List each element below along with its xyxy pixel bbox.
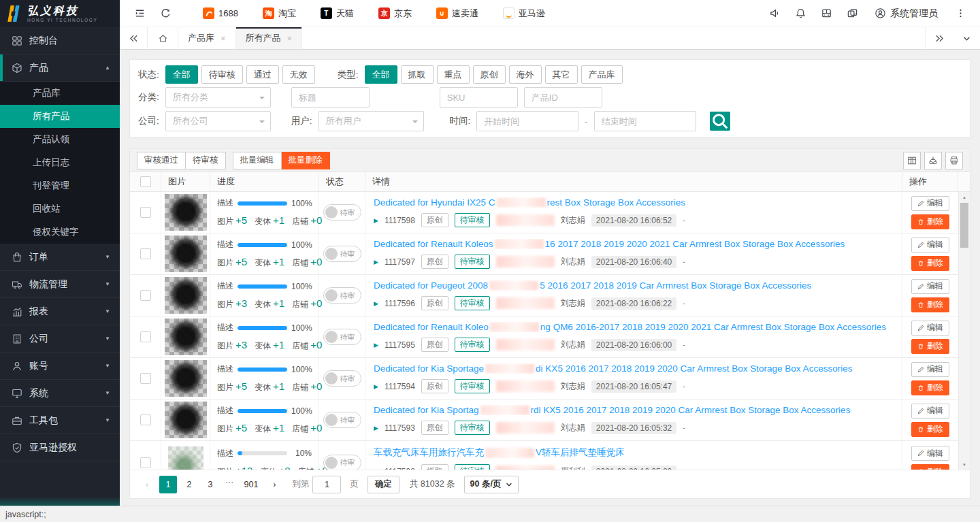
review-status-switch[interactable]: 待审 — [323, 287, 361, 304]
type-filter-重点[interactable]: 重点 — [437, 65, 470, 84]
product-title-link[interactable]: Dedicated for Renault Koleos 16 2017 201… — [374, 239, 894, 249]
marketplace-京东[interactable]: 京京东 — [378, 7, 412, 20]
delete-button[interactable]: 删除 — [911, 214, 949, 229]
page-prev-button[interactable]: ‹ — [138, 476, 156, 493]
edit-button[interactable]: 编辑 — [911, 446, 949, 461]
row-checkbox[interactable] — [140, 457, 151, 468]
play-icon[interactable]: ▶ — [374, 259, 378, 265]
status-filter-全部[interactable]: 全部 — [165, 65, 198, 84]
review-status-switch[interactable]: 待审 — [323, 412, 361, 428]
page-1[interactable]: 1 — [159, 476, 177, 493]
type-filter-产品库[interactable]: 产品库 — [581, 65, 623, 84]
product-thumbnail[interactable] — [165, 402, 207, 438]
sidebar-item-toolkit[interactable]: 工具包 ▼ — [0, 407, 120, 434]
edit-button[interactable]: 编辑 — [911, 196, 949, 211]
company-select[interactable]: 所有公司 — [165, 111, 271, 131]
row-checkbox[interactable] — [140, 414, 151, 425]
more-kebab-icon[interactable] — [947, 0, 973, 27]
pending-review-button[interactable]: 待审核 — [186, 152, 226, 169]
marketplace-亚马逊[interactable]: a亚马逊 — [503, 7, 545, 20]
delete-button[interactable]: 删除 — [911, 297, 949, 312]
product-title-link[interactable]: Dedicated for Peugeot 2008 5 2016 2017 2… — [374, 280, 894, 291]
delete-button[interactable]: 删除 — [911, 256, 949, 271]
sidebar-subitem-产品库[interactable]: 产品库 — [0, 82, 120, 105]
sidebar-subitem-侵权关键字[interactable]: 侵权关键字 — [0, 221, 120, 244]
print-icon[interactable] — [945, 152, 963, 169]
row-checkbox[interactable] — [140, 207, 151, 218]
tabs-menu-chevron-icon[interactable] — [953, 27, 980, 49]
row-checkbox[interactable] — [140, 331, 151, 342]
sidebar-subitem-上传日志[interactable]: 上传日志 — [0, 151, 120, 174]
column-settings-icon[interactable] — [903, 152, 921, 169]
product-thumbnail[interactable] — [165, 360, 207, 397]
edit-button[interactable]: 编辑 — [911, 362, 949, 377]
sku-input[interactable] — [440, 87, 518, 108]
row-checkbox[interactable] — [140, 373, 151, 384]
approve-button[interactable]: 审核通过 — [137, 152, 186, 169]
batch-edit-button[interactable]: 批量编辑 — [233, 152, 282, 169]
type-filter-全部[interactable]: 全部 — [365, 65, 397, 84]
start-time-input[interactable] — [476, 111, 578, 131]
review-status-switch[interactable]: 待审 — [323, 455, 361, 470]
sidebar-item-product[interactable]: 产品 ▲ — [0, 54, 120, 82]
theme-skin-icon[interactable] — [839, 0, 865, 27]
sidebar-item-system[interactable]: 系统 ▼ — [0, 380, 120, 407]
user-menu[interactable]: 系统管理员 — [875, 7, 938, 20]
sidebar-item-report[interactable]: 报表 ▼ — [0, 298, 120, 325]
product-title-link[interactable]: Dedicated for Kia Sportage di KX5 2016 2… — [374, 363, 894, 374]
review-status-switch[interactable]: 待审 — [323, 246, 361, 262]
play-icon[interactable]: ▶ — [374, 217, 378, 224]
sidebar-item-amazon-auth[interactable]: 亚马逊授权 — [0, 434, 120, 461]
scrollbar-up-icon[interactable]: ▲ — [959, 193, 970, 201]
sidebar-subitem-所有产品[interactable]: 所有产品 — [0, 105, 120, 128]
marketplace-1688[interactable]: 1688 — [203, 7, 238, 19]
review-status-switch[interactable]: 待审 — [323, 204, 361, 221]
sidebar-item-company[interactable]: 公司 ▼ — [0, 325, 120, 353]
page-901[interactable]: 901 — [240, 476, 263, 493]
type-filter-海外[interactable]: 海外 — [509, 65, 542, 84]
delete-button[interactable]: 删除 — [911, 422, 949, 437]
product-thumbnail[interactable] — [165, 277, 207, 314]
play-icon[interactable]: ▶ — [374, 342, 378, 348]
delete-button[interactable]: 删除 — [911, 339, 949, 354]
product-thumbnail[interactable] — [165, 319, 207, 355]
refresh-icon[interactable] — [152, 0, 178, 27]
sidebar-item-account[interactable]: 账号 ▼ — [0, 353, 120, 380]
sidebar-subitem-回收站[interactable]: 回收站 — [0, 197, 120, 221]
edit-button[interactable]: 编辑 — [911, 404, 949, 419]
sidebar-collapse-icon[interactable] — [127, 0, 152, 27]
sidebar-subitem-产品认领[interactable]: 产品认领 — [0, 128, 120, 151]
play-icon[interactable]: ▶ — [374, 300, 378, 307]
scrollbar-down-icon[interactable]: ▼ — [959, 460, 970, 469]
sidebar-item-logistics[interactable]: 物流管理 ▼ — [0, 271, 120, 298]
marketplace-天猫[interactable]: T天猫 — [321, 7, 354, 20]
type-filter-抓取[interactable]: 抓取 — [401, 65, 434, 84]
announcement-icon[interactable] — [762, 0, 787, 27]
scrollbar-thumb[interactable] — [960, 203, 968, 248]
play-icon[interactable]: ▶ — [374, 383, 378, 390]
tabs-scroll-right-icon[interactable] — [926, 27, 953, 49]
tab-home[interactable] — [147, 27, 178, 49]
page-next-button[interactable]: › — [265, 476, 283, 493]
play-icon[interactable]: ▶ — [374, 425, 378, 431]
batch-delete-button[interactable]: 批量删除 — [282, 152, 330, 169]
confirm-button[interactable]: 确定 — [368, 476, 399, 493]
product-thumbnail[interactable] — [165, 194, 207, 231]
export-icon[interactable] — [924, 152, 942, 169]
edit-button[interactable]: 编辑 — [911, 238, 949, 252]
goto-page-input[interactable] — [312, 476, 341, 493]
marketplace-速卖通[interactable]: ∪速卖通 — [436, 7, 478, 20]
notifications-bell-icon[interactable] — [787, 0, 813, 27]
sidebar-subitem-刊登管理[interactable]: 刊登管理 — [0, 174, 120, 197]
tab-所有产品[interactable]: 所有产品× — [236, 27, 303, 49]
delete-button[interactable]: 删除 — [911, 464, 949, 470]
product-thumbnail[interactable] — [168, 446, 203, 470]
category-select[interactable]: 所有分类 — [165, 87, 271, 108]
sidebar-item-console[interactable]: 控制台 — [0, 27, 120, 54]
type-filter-其它[interactable]: 其它 — [545, 65, 578, 84]
status-filter-通过[interactable]: 通过 — [246, 65, 279, 84]
product-title-link[interactable]: Dedicated for Renault Koleo ng QM6 2016-… — [374, 322, 894, 332]
product-title-link[interactable]: Dedicated for Hyundai IX25 C rest Box St… — [374, 197, 894, 208]
page-2[interactable]: 2 — [180, 476, 198, 493]
search-button[interactable] — [710, 112, 730, 131]
